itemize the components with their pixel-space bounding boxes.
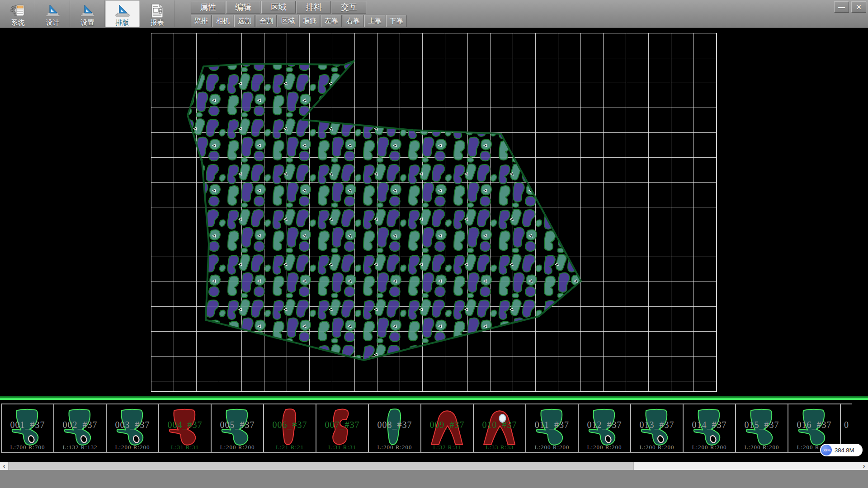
application-window: 系统设计设置排版报表 属性编辑区域排料交互 聚排相机选割全割区域瑕疵左靠右靠上靠…	[0, 0, 868, 488]
strip-separator-green	[0, 398, 868, 400]
piece-lr-count: L:700 R:700	[2, 444, 53, 451]
piece-id-label: 013_#37	[631, 420, 683, 430]
menu-item-cluster-nest[interactable]: 聚排	[191, 15, 212, 27]
piece-id-label: 015_#37	[736, 420, 788, 430]
scroll-left-button[interactable]: ‹	[0, 462, 8, 470]
status-bar	[0, 470, 868, 488]
piece-thumbnail-015_37[interactable]: 015_#37L:200 R:200	[736, 404, 788, 452]
piece-id-label: 006_#37	[264, 420, 316, 430]
menu-item-align-left[interactable]: 左靠	[321, 15, 342, 27]
horizontal-scrollbar[interactable]: ‹ ›	[0, 462, 868, 470]
pieces-strip: 001_#37L:700 R:700002_#37L:132 R:132003_…	[1, 404, 852, 453]
scrollbar-thumb[interactable]	[8, 462, 634, 470]
menu-item-camera[interactable]: 相机	[212, 15, 233, 27]
minimize-button[interactable]: —	[834, 1, 849, 13]
piece-thumbnail-013_37[interactable]: 013_#37L:200 R:200	[631, 404, 684, 452]
app-tab-settings[interactable]: 设置	[71, 0, 105, 27]
menu-item-align-bottom[interactable]: 下靠	[386, 15, 407, 27]
piece-thumbnail-005_37[interactable]: 005_#37L:200 R:200	[212, 404, 264, 452]
piece-lr-count: L:200 R:200	[631, 444, 683, 451]
menu-item-nesting[interactable]: 排料	[297, 1, 331, 14]
toolbar: 系统设计设置排版报表 属性编辑区域排料交互 聚排相机选割全割区域瑕疵左靠右靠上靠…	[0, 0, 868, 28]
menu-row-1: 属性编辑区域排料交互	[191, 1, 367, 14]
ruler-icon	[45, 3, 61, 19]
piece-thumbnail-003_37[interactable]: 003_#37L:200 R:200	[107, 404, 159, 452]
piece-id-label: 009_#37	[421, 420, 473, 430]
piece-thumbnail-011_37[interactable]: 011_#37L:200 R:200	[526, 404, 579, 452]
app-tab-design[interactable]: 设计	[36, 0, 70, 27]
nested-hide-layout	[0, 28, 868, 396]
piece-lr-count: L:31 R:31	[159, 444, 211, 451]
memory-status-pill: 38% 384.8M	[820, 444, 863, 456]
piece-id-label: 008_#37	[369, 420, 420, 430]
menu-item-align-right[interactable]: 右靠	[343, 15, 363, 27]
window-controls: — ✕	[834, 1, 866, 13]
menu-item-defect[interactable]: 瑕疵	[299, 15, 320, 27]
report-icon	[149, 3, 165, 19]
leather-hide-outline	[188, 61, 581, 360]
app-tab-system[interactable]: 系统	[1, 0, 35, 27]
piece-id-label: 011_#37	[526, 420, 578, 430]
piece-thumbnail-012_37[interactable]: 012_#37L:200 R:200	[579, 404, 631, 452]
piece-lr-count: L:33 R:33	[474, 444, 525, 451]
app-tab-label: 系统	[11, 19, 25, 26]
gear-icon	[10, 3, 26, 19]
piece-lr-count: L:21 R:21	[264, 444, 316, 451]
piece-id-label: 016_#37	[788, 420, 840, 430]
app-tab-label: 排版	[116, 19, 129, 26]
piece-thumbnail-014_37[interactable]: 014_#37L:200 R:200	[684, 404, 736, 452]
piece-id-label: 005_#37	[212, 420, 263, 430]
piece-thumbnail-001_37[interactable]: 001_#37L:700 R:700	[2, 404, 54, 452]
piece-lr-count: L:200 R:200	[107, 444, 158, 451]
ruler-icon	[80, 3, 96, 19]
scroll-right-button[interactable]: ›	[860, 462, 868, 470]
close-button[interactable]: ✕	[851, 1, 866, 13]
app-tab-label: 报表	[151, 19, 164, 26]
piece-id-label: 007_#37	[316, 420, 368, 430]
progress-badge: 38%	[821, 445, 832, 455]
piece-lr-count: L:31 R:31	[316, 444, 368, 451]
menu-item-cut-all[interactable]: 全割	[256, 15, 277, 27]
piece-id-label: 001_#37	[2, 420, 53, 430]
piece-lr-count: L:200 R:200	[369, 444, 420, 451]
app-tab-report[interactable]: 报表	[140, 0, 175, 27]
piece-lr-count: L:32 R:31	[421, 444, 473, 451]
menu-item-properties[interactable]: 属性	[191, 1, 225, 14]
piece-lr-count: L:132 R:132	[54, 444, 106, 451]
menu-item-edit[interactable]: 编辑	[226, 1, 260, 14]
piece-lr-count: L:200 R:200	[212, 444, 263, 451]
piece-thumbnail-007_37[interactable]: 007_#37L:31 R:31	[316, 404, 369, 452]
menu-item-interact[interactable]: 交互	[332, 1, 366, 14]
piece-id-label: 012_#37	[579, 420, 630, 430]
memory-usage: 384.8M	[835, 447, 854, 454]
piece-lr-count: L:200 R:200	[684, 444, 735, 451]
menu-item-region[interactable]: 区域	[278, 15, 298, 27]
piece-id-label: 014_#37	[684, 420, 735, 430]
piece-id-label: 0	[841, 420, 852, 430]
piece-id-label: 010_#37	[474, 420, 525, 430]
piece-thumbnail-006_37[interactable]: 006_#37L:21 R:21	[264, 404, 316, 452]
progress-percent: 38%	[822, 448, 830, 452]
menu-item-align-top[interactable]: 上靠	[364, 15, 385, 27]
piece-thumbnail-004_37[interactable]: 004_#37L:31 R:31	[159, 404, 212, 452]
menu-item-region[interactable]: 区域	[261, 1, 296, 14]
app-tab-label: 设置	[81, 19, 94, 26]
piece-id-label: 004_#37	[159, 420, 211, 430]
app-tabs: 系统设计设置排版报表	[1, 0, 175, 27]
piece-id-label: 003_#37	[107, 420, 158, 430]
piece-thumbnail-002_37[interactable]: 002_#37L:132 R:132	[54, 404, 107, 452]
menu-item-select-cut[interactable]: 选割	[234, 15, 255, 27]
nesting-canvas[interactable]	[0, 28, 868, 396]
ruler-icon	[114, 3, 131, 19]
piece-thumbnail-010_37[interactable]: 010_#37L:33 R:33	[474, 404, 526, 452]
piece-lr-count: L:200 R:200	[579, 444, 630, 451]
menu-row-2: 聚排相机选割全割区域瑕疵左靠右靠上靠下靠	[191, 15, 408, 27]
piece-thumbnail-009_37[interactable]: 009_#37L:32 R:31	[421, 404, 474, 452]
app-tab-layout[interactable]: 排版	[105, 0, 140, 27]
piece-lr-count: L:200 R:200	[526, 444, 578, 451]
piece-lr-count: L:200 R:200	[736, 444, 788, 451]
app-tab-label: 设计	[46, 19, 60, 26]
piece-thumbnail-008_37[interactable]: 008_#37L:200 R:200	[369, 404, 421, 452]
piece-id-label: 002_#37	[54, 420, 106, 430]
